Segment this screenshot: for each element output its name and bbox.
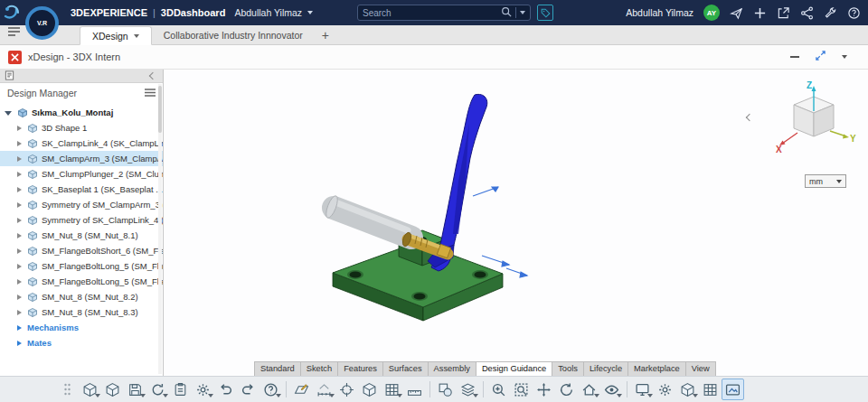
grid-display-button[interactable] [699, 379, 722, 400]
expand-arrow-icon[interactable] [17, 172, 22, 177]
ribbon-tab-standard[interactable]: Standard [254, 361, 301, 376]
ribbon-tab-lifecycle[interactable]: Lifecycle [583, 361, 628, 376]
tree-item[interactable]: SM_FlangeBoltShort_6 (SM_Flang... [0, 243, 163, 258]
export-button[interactable] [169, 379, 192, 400]
resize-icon[interactable] [815, 49, 826, 65]
tree-item[interactable]: SM_FlangeBoltLong_5 (SM_Flang... [0, 258, 163, 274]
constraints-button[interactable] [335, 379, 358, 400]
chevron-down-icon[interactable] [647, 394, 653, 397]
model-canvas[interactable] [321, 88, 538, 323]
dimension-button[interactable] [313, 379, 335, 400]
zoom-in-button[interactable] [487, 379, 510, 400]
viewport-collapse-icon[interactable] [746, 114, 753, 121]
render-style-button[interactable] [631, 379, 654, 400]
tree-item[interactable]: SK_ClampLink_4 (SK_ClampLink_... [0, 136, 163, 151]
section-view-button[interactable] [676, 379, 699, 400]
refresh-button[interactable] [146, 379, 169, 400]
ribbon-tab-design-guidance[interactable]: Design Guidance [476, 361, 552, 376]
axis-y-label[interactable]: Y [850, 134, 856, 144]
share-icon[interactable] [777, 6, 790, 20]
add-icon[interactable] [753, 6, 767, 20]
3d-viewport[interactable]: Z X Y mm StandardSketchFeaturesSurfacesA… [164, 70, 868, 376]
help-button[interactable] [259, 379, 282, 400]
redo-button[interactable] [237, 379, 259, 400]
tree-item[interactable]: Symmetry of SK_ClampLink_4 (Sy... [0, 212, 163, 228]
undo-button[interactable] [214, 379, 237, 400]
expand-arrow-icon[interactable] [17, 279, 22, 285]
panel-collapse-icon[interactable] [149, 72, 156, 79]
chevron-down-icon[interactable] [140, 394, 146, 397]
ribbon-tab-sketch[interactable]: Sketch [300, 361, 338, 376]
dashboard-owner[interactable]: Abdullah Yilmaz [234, 7, 302, 18]
new-tab-button[interactable]: + [315, 25, 336, 44]
axis-z-label[interactable]: Z [807, 80, 812, 90]
chevron-down-icon[interactable] [134, 34, 139, 38]
tab-xdesign[interactable]: XDesign [80, 26, 152, 45]
ribbon-tab-view[interactable]: View [685, 361, 716, 376]
ribbon-tab-surfaces[interactable]: Surfaces [382, 361, 429, 376]
expand-arrow-icon[interactable] [17, 126, 22, 131]
expand-arrow-icon[interactable] [17, 310, 22, 315]
chevron-down-icon[interactable] [329, 394, 335, 397]
expand-arrow-icon[interactable] [17, 248, 22, 254]
chevron-down-icon[interactable] [693, 394, 698, 397]
pattern-button[interactable] [381, 379, 403, 400]
tree-item[interactable]: SM_ClampArm_3 (SM_ClampArm... [0, 151, 163, 166]
expand-arrow-icon[interactable] [17, 341, 22, 346]
tab-collaborative-industry-innovator[interactable]: Collaborative Industry Innnovator [152, 25, 315, 44]
tree-item[interactable]: Mates [0, 335, 163, 351]
chevron-down-icon[interactable] [95, 394, 100, 397]
save-button[interactable] [124, 379, 146, 400]
chevron-down-icon[interactable] [163, 394, 168, 397]
model-plunger[interactable] [324, 194, 411, 238]
tree-item[interactable]: SK_Baseplat 1 (SK_Baseplat ... [0, 182, 163, 197]
axis-x-label[interactable]: X [776, 145, 782, 154]
ribbon-tab-assembly[interactable]: Assembly [428, 361, 476, 376]
minimize-icon[interactable] [790, 56, 799, 58]
3ds-logo-icon[interactable] [3, 3, 23, 23]
ribbon-tab-features[interactable]: Features [337, 361, 383, 376]
tree-item[interactable]: Mechanisms [0, 320, 163, 335]
new-shape-button[interactable] [101, 379, 124, 400]
primitive-button[interactable] [358, 379, 381, 400]
pan-button[interactable] [533, 379, 555, 400]
insert-model-button[interactable] [79, 379, 101, 400]
search-icon[interactable] [501, 5, 512, 21]
chevron-down-icon[interactable] [307, 11, 313, 14]
tree-item[interactable]: SM_Nut_8 (SM_Nut_8.3) [0, 304, 163, 320]
tree-item[interactable]: SM_Nut_8 (SM_Nut_8.1) [0, 228, 163, 243]
selection-box-button[interactable] [434, 379, 457, 400]
expand-arrow-icon[interactable] [17, 233, 22, 238]
menu-icon[interactable] [8, 23, 20, 40]
avatar[interactable]: AY [703, 5, 720, 21]
compass-icon[interactable]: V.R [25, 6, 59, 40]
search-options-icon[interactable] [520, 11, 525, 14]
tree-item[interactable]: SM_Nut_8 (SM_Nut_8.2) [0, 289, 163, 304]
rotate-view-button[interactable] [555, 379, 578, 400]
tree-item[interactable]: Symmetry of SM_ClampArm_3 (Sy... [0, 197, 163, 212]
toolbar-drag-handle[interactable] [63, 382, 71, 397]
home-view-button[interactable] [578, 379, 600, 400]
ribbon-tab-tools[interactable]: Tools [552, 361, 584, 376]
share-nodes-icon[interactable] [800, 6, 814, 20]
chevron-down-icon[interactable] [617, 394, 622, 397]
notes-icon[interactable] [5, 68, 14, 84]
expand-arrow-icon[interactable] [17, 141, 22, 146]
view-cube[interactable]: Z X Y [770, 80, 857, 167]
chevron-down-icon[interactable] [473, 394, 478, 397]
tree-item[interactable]: 3D Shape 1 [0, 120, 163, 136]
chevron-down-icon[interactable] [208, 394, 213, 397]
expand-arrow-icon[interactable] [17, 294, 22, 300]
full-screen-button[interactable] [722, 379, 744, 400]
chevron-down-icon[interactable] [397, 394, 402, 397]
tree-item[interactable]: SM_FlangeBoltLong_5 (SM_Flang... [0, 274, 163, 289]
chevron-down-icon[interactable] [842, 55, 847, 59]
brand-app[interactable]: 3DDashboard [161, 7, 226, 18]
tag-button[interactable] [537, 5, 553, 21]
expand-arrow-icon[interactable] [17, 264, 22, 269]
expand-arrow-icon[interactable] [17, 156, 22, 162]
sketch-button[interactable] [290, 379, 313, 400]
search-bar[interactable] [357, 5, 531, 21]
panel-scrollbar[interactable] [158, 84, 162, 374]
expand-arrow-icon[interactable] [17, 325, 22, 331]
